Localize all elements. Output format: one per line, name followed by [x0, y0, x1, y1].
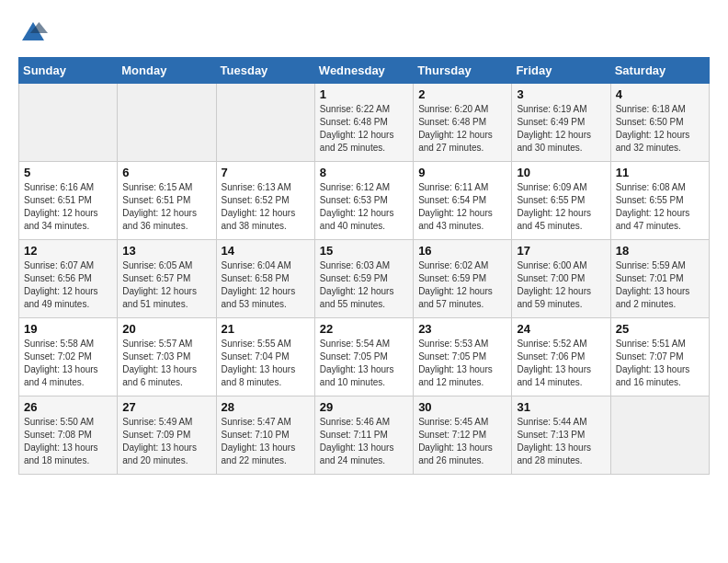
calendar-cell: 30Sunrise: 5:45 AM Sunset: 7:12 PM Dayli…: [414, 396, 512, 475]
day-number: 14: [222, 244, 310, 258]
weekday-friday: Friday: [512, 58, 610, 84]
weekday-tuesday: Tuesday: [216, 58, 314, 84]
logo: [18, 18, 51, 48]
calendar-cell: 5Sunrise: 6:16 AM Sunset: 6:51 PM Daylig…: [19, 162, 118, 240]
weekday-wednesday: Wednesday: [314, 58, 413, 84]
day-number: 16: [418, 244, 506, 258]
cell-content: Sunrise: 5:47 AM Sunset: 7:10 PM Dayligh…: [222, 416, 310, 467]
day-number: 4: [616, 87, 704, 101]
cell-content: Sunrise: 5:54 AM Sunset: 7:05 PM Dayligh…: [320, 338, 408, 389]
weekday-monday: Monday: [118, 58, 216, 84]
cell-content: Sunrise: 6:08 AM Sunset: 6:55 PM Dayligh…: [616, 181, 704, 233]
cell-content: Sunrise: 6:02 AM Sunset: 6:59 PM Dayligh…: [418, 259, 506, 311]
day-number: 6: [122, 166, 210, 179]
calendar-cell: [610, 396, 709, 475]
calendar-cell: 8Sunrise: 6:12 AM Sunset: 6:53 PM Daylig…: [314, 162, 413, 240]
cell-content: Sunrise: 6:12 AM Sunset: 6:53 PM Dayligh…: [320, 181, 408, 233]
calendar-cell: 27Sunrise: 5:49 AM Sunset: 7:09 PM Dayli…: [118, 396, 216, 475]
calendar-cell: [19, 84, 118, 162]
cell-content: Sunrise: 6:05 AM Sunset: 6:57 PM Dayligh…: [122, 259, 210, 311]
calendar-cell: 20Sunrise: 5:57 AM Sunset: 7:03 PM Dayli…: [118, 318, 216, 396]
cell-content: Sunrise: 6:13 AM Sunset: 6:52 PM Dayligh…: [222, 181, 310, 233]
day-number: 21: [222, 322, 310, 336]
cell-content: Sunrise: 6:16 AM Sunset: 6:51 PM Dayligh…: [24, 181, 112, 233]
cell-content: Sunrise: 6:22 AM Sunset: 6:48 PM Dayligh…: [320, 103, 408, 155]
calendar-cell: 14Sunrise: 6:04 AM Sunset: 6:58 PM Dayli…: [216, 240, 314, 318]
calendar-cell: 13Sunrise: 6:05 AM Sunset: 6:57 PM Dayli…: [118, 240, 216, 318]
cell-content: Sunrise: 6:18 AM Sunset: 6:50 PM Dayligh…: [616, 103, 704, 155]
calendar-cell: 29Sunrise: 5:46 AM Sunset: 7:11 PM Dayli…: [314, 396, 413, 475]
day-number: 7: [222, 166, 310, 179]
day-number: 26: [24, 400, 112, 414]
weekday-thursday: Thursday: [414, 58, 512, 84]
cell-content: Sunrise: 5:49 AM Sunset: 7:09 PM Dayligh…: [122, 416, 210, 467]
cell-content: Sunrise: 6:07 AM Sunset: 6:56 PM Dayligh…: [24, 259, 112, 311]
calendar-cell: [118, 84, 216, 162]
weekday-sunday: Sunday: [19, 58, 118, 84]
calendar-week-1: 1Sunrise: 6:22 AM Sunset: 6:48 PM Daylig…: [19, 84, 710, 162]
cell-content: Sunrise: 6:20 AM Sunset: 6:48 PM Dayligh…: [418, 103, 506, 155]
calendar-cell: 31Sunrise: 5:44 AM Sunset: 7:13 PM Dayli…: [512, 396, 610, 475]
day-number: 20: [122, 322, 210, 336]
cell-content: Sunrise: 5:50 AM Sunset: 7:08 PM Dayligh…: [24, 416, 112, 467]
cell-content: Sunrise: 6:04 AM Sunset: 6:58 PM Dayligh…: [222, 259, 310, 311]
page-header: [18, 18, 710, 48]
calendar-cell: 16Sunrise: 6:02 AM Sunset: 6:59 PM Dayli…: [414, 240, 512, 318]
cell-content: Sunrise: 6:00 AM Sunset: 7:00 PM Dayligh…: [517, 259, 605, 311]
cell-content: Sunrise: 5:51 AM Sunset: 7:07 PM Dayligh…: [616, 338, 704, 389]
calendar-cell: 6Sunrise: 6:15 AM Sunset: 6:51 PM Daylig…: [118, 162, 216, 240]
day-number: 22: [320, 322, 408, 336]
cell-content: Sunrise: 5:59 AM Sunset: 7:01 PM Dayligh…: [616, 259, 704, 311]
calendar-week-2: 5Sunrise: 6:16 AM Sunset: 6:51 PM Daylig…: [19, 162, 710, 240]
calendar-cell: 25Sunrise: 5:51 AM Sunset: 7:07 PM Dayli…: [610, 318, 709, 396]
day-number: 2: [418, 87, 506, 101]
calendar-cell: 22Sunrise: 5:54 AM Sunset: 7:05 PM Dayli…: [314, 318, 413, 396]
day-number: 12: [24, 244, 112, 258]
day-number: 23: [418, 322, 506, 336]
day-number: 24: [517, 322, 605, 336]
day-number: 15: [320, 244, 408, 258]
cell-content: Sunrise: 6:15 AM Sunset: 6:51 PM Dayligh…: [122, 181, 210, 233]
weekday-saturday: Saturday: [610, 58, 709, 84]
cell-content: Sunrise: 5:44 AM Sunset: 7:13 PM Dayligh…: [517, 416, 605, 467]
calendar-cell: 2Sunrise: 6:20 AM Sunset: 6:48 PM Daylig…: [414, 84, 512, 162]
cell-content: Sunrise: 6:19 AM Sunset: 6:49 PM Dayligh…: [517, 103, 605, 155]
day-number: 5: [24, 166, 112, 179]
cell-content: Sunrise: 5:45 AM Sunset: 7:12 PM Dayligh…: [418, 416, 506, 467]
cell-content: Sunrise: 5:57 AM Sunset: 7:03 PM Dayligh…: [122, 338, 210, 389]
day-number: 9: [418, 166, 506, 179]
calendar-table: SundayMondayTuesdayWednesdayThursdayFrid…: [18, 57, 710, 475]
cell-content: Sunrise: 5:58 AM Sunset: 7:02 PM Dayligh…: [24, 338, 112, 389]
calendar-cell: 7Sunrise: 6:13 AM Sunset: 6:52 PM Daylig…: [216, 162, 314, 240]
cell-content: Sunrise: 6:09 AM Sunset: 6:55 PM Dayligh…: [517, 181, 605, 233]
day-number: 29: [320, 400, 408, 414]
day-number: 19: [24, 322, 112, 336]
cell-content: Sunrise: 6:03 AM Sunset: 6:59 PM Dayligh…: [320, 259, 408, 311]
calendar-cell: 9Sunrise: 6:11 AM Sunset: 6:54 PM Daylig…: [414, 162, 512, 240]
day-number: 13: [122, 244, 210, 258]
calendar-cell: 19Sunrise: 5:58 AM Sunset: 7:02 PM Dayli…: [19, 318, 118, 396]
cell-content: Sunrise: 5:55 AM Sunset: 7:04 PM Dayligh…: [222, 338, 310, 389]
calendar-week-3: 12Sunrise: 6:07 AM Sunset: 6:56 PM Dayli…: [19, 240, 710, 318]
cell-content: Sunrise: 6:11 AM Sunset: 6:54 PM Dayligh…: [418, 181, 506, 233]
calendar-cell: 3Sunrise: 6:19 AM Sunset: 6:49 PM Daylig…: [512, 84, 610, 162]
cell-content: Sunrise: 5:53 AM Sunset: 7:05 PM Dayligh…: [418, 338, 506, 389]
calendar-body: 1Sunrise: 6:22 AM Sunset: 6:48 PM Daylig…: [19, 84, 710, 475]
day-number: 3: [517, 87, 605, 101]
calendar-cell: 11Sunrise: 6:08 AM Sunset: 6:55 PM Dayli…: [610, 162, 709, 240]
calendar-cell: 10Sunrise: 6:09 AM Sunset: 6:55 PM Dayli…: [512, 162, 610, 240]
day-number: 28: [222, 400, 310, 414]
calendar-week-4: 19Sunrise: 5:58 AM Sunset: 7:02 PM Dayli…: [19, 318, 710, 396]
cell-content: Sunrise: 5:46 AM Sunset: 7:11 PM Dayligh…: [320, 416, 408, 467]
logo-icon: [18, 18, 48, 48]
calendar-cell: 1Sunrise: 6:22 AM Sunset: 6:48 PM Daylig…: [314, 84, 413, 162]
day-number: 1: [320, 87, 408, 101]
calendar-cell: 21Sunrise: 5:55 AM Sunset: 7:04 PM Dayli…: [216, 318, 314, 396]
calendar-cell: 12Sunrise: 6:07 AM Sunset: 6:56 PM Dayli…: [19, 240, 118, 318]
day-number: 18: [616, 244, 704, 258]
calendar-cell: 17Sunrise: 6:00 AM Sunset: 7:00 PM Dayli…: [512, 240, 610, 318]
day-number: 11: [616, 166, 704, 179]
calendar-cell: 26Sunrise: 5:50 AM Sunset: 7:08 PM Dayli…: [19, 396, 118, 475]
calendar-cell: 18Sunrise: 5:59 AM Sunset: 7:01 PM Dayli…: [610, 240, 709, 318]
calendar-cell: [216, 84, 314, 162]
